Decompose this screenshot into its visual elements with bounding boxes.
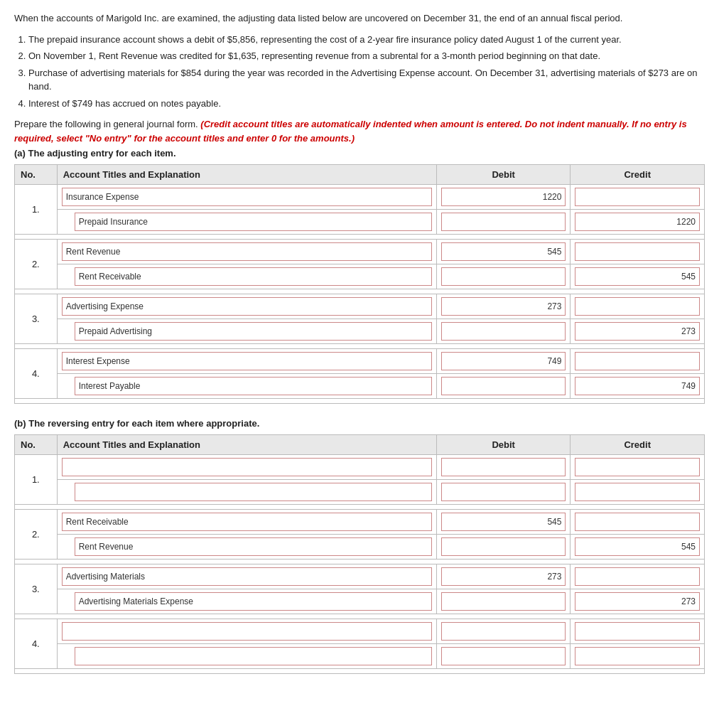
- row-2-debit-row-credit-cell[interactable]: [571, 510, 705, 535]
- row-2-debit-row-credit-input[interactable]: [575, 242, 700, 261]
- row-1-debit-amount-input[interactable]: [441, 188, 566, 206]
- row-4-debit-amount-cell[interactable]: [436, 349, 571, 374]
- row-1-credit-account-cell[interactable]: [57, 210, 436, 235]
- row-1-credit-amount-cell[interactable]: [571, 210, 705, 235]
- row-4-credit-row-debit-input[interactable]: [441, 647, 566, 665]
- row-4-credit-account-cell[interactable]: [57, 644, 436, 669]
- row-1-credit-account-cell[interactable]: [57, 480, 436, 505]
- row-4-debit-account-cell[interactable]: [57, 349, 436, 374]
- row-3-debit-account-input[interactable]: [62, 567, 432, 586]
- row-1-no: 1.: [15, 455, 58, 505]
- row-3-credit-account-cell[interactable]: [57, 319, 436, 344]
- row-1-credit-row-debit-cell[interactable]: [436, 480, 571, 505]
- row-1-credit-amount-input[interactable]: [575, 483, 700, 501]
- row-2-credit-amount-cell[interactable]: [571, 264, 705, 289]
- row-1-credit-row-debit-input[interactable]: [441, 213, 566, 231]
- row-2-credit-amount-cell[interactable]: [571, 535, 705, 560]
- row-1-credit-account-input[interactable]: [75, 483, 432, 501]
- row-4-debit-row-credit-input[interactable]: [575, 622, 700, 641]
- row-2-credit-amount-input[interactable]: [575, 537, 700, 556]
- row-4-debit-row-credit-cell[interactable]: [571, 619, 705, 644]
- row-3-credit-account-cell[interactable]: [57, 589, 436, 614]
- row-1-credit-amount-cell[interactable]: [571, 480, 705, 505]
- row-4-credit-amount-cell[interactable]: [571, 644, 705, 669]
- row-3-debit-account-cell[interactable]: [57, 564, 436, 589]
- row-3-debit-row-credit-input[interactable]: [575, 567, 700, 586]
- row-4-debit-account-cell[interactable]: [57, 619, 436, 644]
- row-3-credit-amount-cell[interactable]: [571, 589, 705, 614]
- row-3-credit-row-debit-cell[interactable]: [436, 589, 571, 614]
- row-2-debit-account-input[interactable]: [62, 242, 432, 261]
- row-1-credit-row-debit-cell[interactable]: [436, 210, 571, 235]
- row-2-debit-amount-cell[interactable]: [436, 240, 571, 264]
- row-1-debit-amount-cell[interactable]: [436, 455, 571, 480]
- row-3-credit-account-input[interactable]: [75, 322, 432, 341]
- row-4-credit-account-input[interactable]: [75, 647, 432, 665]
- row-2-credit-row-debit-cell[interactable]: [436, 264, 571, 289]
- row-2-credit-amount-input[interactable]: [575, 267, 700, 286]
- row-3-credit-row-debit-cell[interactable]: [436, 319, 571, 344]
- row-2-credit-account-cell[interactable]: [57, 535, 436, 560]
- row-2-debit-amount-cell[interactable]: [436, 510, 571, 535]
- row-3-debit-row-credit-cell[interactable]: [571, 294, 705, 319]
- row-2-credit-row-debit-input[interactable]: [441, 267, 566, 286]
- row-2-debit-account-cell[interactable]: [57, 510, 436, 535]
- row-3-credit-row-debit-input[interactable]: [441, 592, 566, 611]
- row-4-credit-amount-cell[interactable]: [571, 374, 705, 399]
- row-2-credit-account-cell[interactable]: [57, 264, 436, 289]
- row-1-debit-row-credit-input[interactable]: [575, 188, 700, 206]
- row-3-debit-account-input[interactable]: [62, 297, 432, 316]
- row-2-debit-account-cell[interactable]: [57, 240, 436, 264]
- row-3-credit-amount-cell[interactable]: [571, 319, 705, 344]
- row-4-debit-row-credit-cell[interactable]: [571, 349, 705, 374]
- row-3-credit-amount-input[interactable]: [575, 592, 700, 611]
- row-1-credit-amount-input[interactable]: [575, 213, 700, 231]
- row-4-debit-amount-input[interactable]: [441, 622, 566, 641]
- row-3-debit-row-credit-cell[interactable]: [571, 564, 705, 589]
- row-1-debit-account-input[interactable]: [62, 188, 432, 206]
- row-1-credit-row-debit-input[interactable]: [441, 483, 566, 501]
- row-2-debit-row-credit-input[interactable]: [575, 513, 700, 531]
- row-3-debit-amount-input[interactable]: [441, 297, 566, 316]
- row-3-debit-account-cell[interactable]: [57, 294, 436, 319]
- row-1-debit-account-input[interactable]: [62, 458, 432, 476]
- row-2-debit-amount-input[interactable]: [441, 242, 566, 261]
- table-row-credit: [15, 589, 705, 614]
- row-1-debit-account-cell[interactable]: [57, 185, 436, 210]
- row-1-debit-row-credit-cell[interactable]: [571, 455, 705, 480]
- row-4-no: 4.: [15, 349, 58, 399]
- row-2-credit-account-input[interactable]: [75, 537, 432, 556]
- row-4-credit-account-input[interactable]: [75, 377, 432, 395]
- row-3-debit-amount-input[interactable]: [441, 567, 566, 586]
- row-2-debit-account-input[interactable]: [62, 513, 432, 531]
- row-4-credit-row-debit-cell[interactable]: [436, 644, 571, 669]
- row-4-credit-account-cell[interactable]: [57, 374, 436, 399]
- row-4-debit-account-input[interactable]: [62, 622, 432, 641]
- row-1-debit-account-cell[interactable]: [57, 455, 436, 480]
- row-1-debit-amount-input[interactable]: [441, 458, 566, 476]
- row-1-debit-amount-cell[interactable]: [436, 185, 571, 210]
- row-2-credit-row-debit-input[interactable]: [441, 537, 566, 556]
- row-4-debit-amount-input[interactable]: [441, 352, 566, 370]
- row-4-credit-amount-input[interactable]: [575, 647, 700, 665]
- row-3-debit-amount-cell[interactable]: [436, 564, 571, 589]
- row-3-credit-row-debit-input[interactable]: [441, 322, 566, 341]
- row-4-credit-row-debit-cell[interactable]: [436, 374, 571, 399]
- row-4-debit-amount-cell[interactable]: [436, 619, 571, 644]
- row-4-debit-account-input[interactable]: [62, 352, 432, 370]
- row-3-credit-account-input[interactable]: [75, 592, 432, 611]
- spacer-row: [15, 399, 705, 404]
- row-4-credit-amount-input[interactable]: [575, 377, 700, 395]
- row-2-debit-row-credit-cell[interactable]: [571, 240, 705, 264]
- row-3-debit-amount-cell[interactable]: [436, 294, 571, 319]
- row-3-debit-row-credit-input[interactable]: [575, 297, 700, 316]
- row-1-debit-row-credit-cell[interactable]: [571, 185, 705, 210]
- row-2-debit-amount-input[interactable]: [441, 513, 566, 531]
- row-2-credit-row-debit-cell[interactable]: [436, 535, 571, 560]
- row-1-credit-account-input[interactable]: [75, 213, 432, 231]
- row-1-debit-row-credit-input[interactable]: [575, 458, 700, 476]
- row-3-credit-amount-input[interactable]: [575, 322, 700, 341]
- row-4-debit-row-credit-input[interactable]: [575, 352, 700, 370]
- row-2-credit-account-input[interactable]: [75, 267, 432, 286]
- row-4-credit-row-debit-input[interactable]: [441, 377, 566, 395]
